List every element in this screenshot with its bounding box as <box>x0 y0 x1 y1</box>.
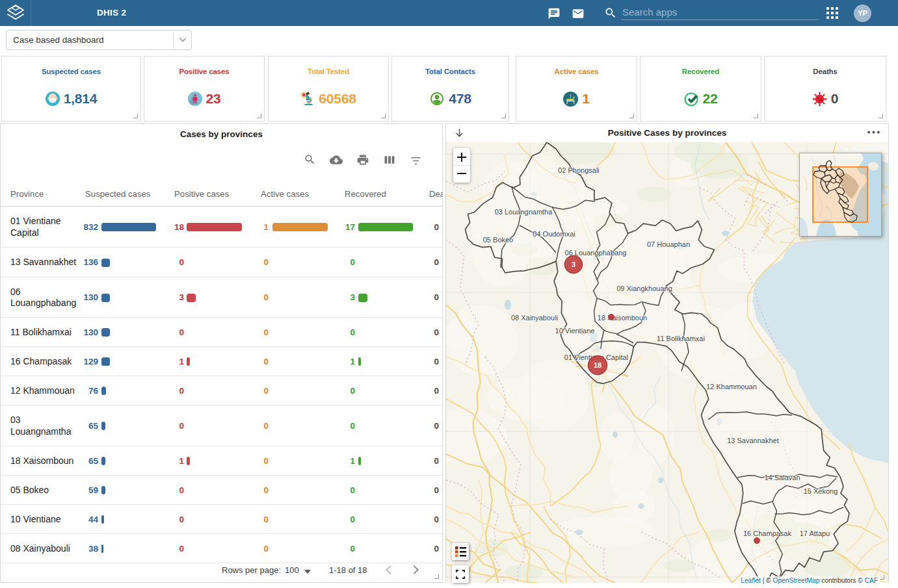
svg-text:3: 3 <box>572 261 575 268</box>
svg-text:07 Houaphan: 07 Houaphan <box>647 240 690 248</box>
svg-text:05 Bokeo: 05 Bokeo <box>483 236 513 244</box>
svg-text:12 Khammouan: 12 Khammouan <box>706 383 757 390</box>
svg-text:18 Xaisomboun: 18 Xaisomboun <box>598 314 647 322</box>
svg-text:04 Oudomxai: 04 Oudomxai <box>533 230 575 238</box>
svg-text:08 Xainyabouli: 08 Xainyabouli <box>511 314 558 322</box>
svg-text:14 Salavan: 14 Salavan <box>764 474 800 481</box>
svg-text:03 Louangnamtha: 03 Louangnamtha <box>495 208 553 216</box>
svg-text:13 Savannakhet: 13 Savannakhet <box>727 437 779 444</box>
svg-text:17 Attapu: 17 Attapu <box>800 530 830 537</box>
svg-text:09 Xiangkhouang: 09 Xiangkhouang <box>616 285 672 292</box>
svg-text:02 Phongsali: 02 Phongsali <box>558 166 600 174</box>
svg-text:16 Champasak: 16 Champasak <box>743 530 791 537</box>
svg-text:11 Bolikhamxai: 11 Bolikhamxai <box>657 335 705 342</box>
svg-text:10 Vientiane: 10 Vientiane <box>555 327 595 335</box>
svg-text:15 Xekong: 15 Xekong <box>804 487 838 495</box>
svg-text:18: 18 <box>594 361 601 369</box>
